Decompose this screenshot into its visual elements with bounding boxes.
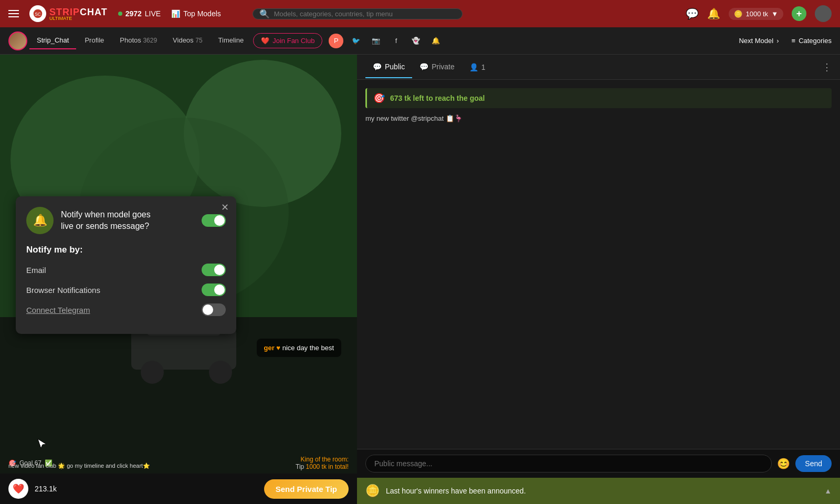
goal-right: King of the room: Tip 1000 tk in total!: [296, 456, 349, 470]
patreon-icon[interactable]: P: [329, 34, 343, 48]
tab-private[interactable]: 💬 Private: [412, 56, 462, 78]
facebook-icon[interactable]: f: [388, 34, 403, 48]
chat-icon[interactable]: 💬: [686, 7, 699, 20]
email-option: Email: [26, 264, 226, 276]
model-nav-tabs: Strip_Chat Profile Photos 3629 Videos 75…: [29, 32, 251, 49]
more-options-button[interactable]: ⋮: [822, 61, 832, 73]
main-content: I'm offline now was online about 8 hours…: [0, 55, 840, 504]
winners-message: Last hour's winners have been announced.: [386, 487, 526, 495]
tab-photos[interactable]: Photos 3629: [112, 32, 164, 49]
chevron-down-icon: ▼: [771, 10, 778, 18]
search-bar[interactable]: 🔍: [253, 8, 463, 19]
svg-point-9: [141, 361, 164, 384]
main-notify-toggle[interactable]: [202, 214, 226, 227]
live-count: 2972: [125, 9, 142, 18]
emoji-button[interactable]: 😊: [777, 457, 790, 470]
tab-profile[interactable]: Profile: [77, 32, 111, 49]
email-toggle[interactable]: [202, 264, 226, 276]
right-panel: 💬 Public 💬 Private 👤 1 ⋮ 🎯 673 tk left t…: [357, 55, 840, 504]
private-chat-icon: 💬: [419, 62, 428, 71]
goal-tk-amount: 673: [390, 94, 402, 102]
tab-videos[interactable]: Videos 75: [165, 32, 210, 49]
notify-by-label: Notify me by:: [26, 245, 226, 255]
join-fan-club-button[interactable]: ❤️ Join Fan Club: [253, 33, 322, 48]
like-count: 213.1k: [35, 485, 57, 493]
bubble-message: nice day the best: [282, 344, 334, 352]
top-nav: SC STRIPCHAT ULTIMATE 2972 LIVE 📊 Top Mo…: [0, 0, 840, 27]
telegram-option: Connect Telegram: [26, 303, 226, 316]
categories-button[interactable]: ≡ Categories: [792, 37, 832, 45]
live-indicator: 2972 LIVE: [118, 9, 161, 18]
left-panel: I'm offline now was online about 8 hours…: [0, 55, 357, 504]
notify-title: Notify when model goes live or sends mes…: [61, 209, 151, 233]
goal-message: 🎯 673 tk left to reach the goal: [365, 88, 832, 108]
send-private-tip-button[interactable]: Send Private Tip: [264, 479, 349, 499]
public-chat-icon: 💬: [373, 62, 382, 71]
email-label: Email: [26, 266, 46, 275]
like-button[interactable]: ❤️: [8, 479, 28, 499]
logo: SC STRIPCHAT ULTIMATE: [29, 5, 108, 22]
notification-icon[interactable]: 🔔: [428, 34, 443, 48]
search-icon: 🔍: [259, 9, 270, 19]
send-button[interactable]: Send: [795, 455, 832, 472]
collapse-winners-button[interactable]: ▲: [824, 487, 832, 495]
bubble-sender: ger ♥: [264, 344, 282, 352]
search-input[interactable]: [274, 10, 456, 18]
goal-text: new video fan club 🌟 go my timeline and …: [8, 463, 150, 469]
token-display[interactable]: 🪙 1000 tk ▼: [729, 8, 783, 20]
snapchat-icon[interactable]: 👻: [408, 34, 423, 48]
user-count: 👤 1: [462, 57, 493, 78]
telegram-toggle[interactable]: [202, 303, 226, 316]
fan-club-label: Join Fan Club: [272, 37, 314, 45]
chevron-right-icon: ›: [776, 37, 779, 45]
tip-suffix: in total!: [328, 463, 349, 470]
model-nav: Strip_Chat Profile Photos 3629 Videos 75…: [0, 27, 840, 55]
king-label: King of the room:: [301, 456, 349, 463]
private-label: Private: [432, 62, 455, 71]
chat-messages: 🎯 673 tk left to reach the goal my new t…: [357, 80, 840, 449]
model-avatar: [8, 32, 27, 50]
tip-amount: 1000 tk: [306, 463, 327, 470]
bell-icon[interactable]: 🔔: [707, 7, 720, 20]
browser-toggle[interactable]: [202, 284, 226, 296]
top-models-button[interactable]: 📊 Top Models: [171, 9, 221, 18]
tab-stripchat[interactable]: Strip_Chat: [29, 32, 76, 49]
social-icons: P 🐦 📷 f 👻 🔔: [329, 34, 443, 48]
user-avatar[interactable]: [815, 5, 832, 22]
hamburger-menu[interactable]: [8, 10, 19, 17]
tab-timeline[interactable]: Timeline: [211, 32, 251, 49]
user-icon: 👤: [469, 63, 478, 71]
chat-message: my new twitter @stripchat 📋🦩: [365, 114, 832, 122]
connect-telegram-link[interactable]: Connect Telegram: [26, 306, 90, 314]
goal-msg-suffix: left to reach the goal: [413, 94, 485, 102]
top-models-label: Top Models: [183, 9, 221, 18]
notify-header: 🔔 Notify when model goes live or sends m…: [26, 207, 226, 234]
twitter-icon[interactable]: 🐦: [349, 34, 363, 48]
svg-text:SC: SC: [35, 12, 41, 17]
message-text: my new twitter @stripchat 📋🦩: [365, 114, 463, 122]
chart-icon: 📊: [171, 9, 180, 18]
close-popup-button[interactable]: ✕: [221, 202, 229, 213]
browser-label: Browser Notifications: [26, 286, 100, 295]
svg-point-10: [209, 361, 232, 384]
winners-icon: 🪙: [365, 484, 380, 498]
instagram-icon[interactable]: 📷: [369, 34, 383, 48]
bell-circle-icon: 🔔: [26, 207, 54, 234]
chat-input-area: 😊 Send: [357, 449, 840, 478]
public-label: Public: [385, 62, 405, 71]
browser-option: Browser Notifications: [26, 284, 226, 296]
chat-input[interactable]: [365, 455, 772, 472]
tab-public[interactable]: 💬 Public: [365, 56, 412, 78]
next-model-label: Next Model: [739, 37, 773, 45]
logo-icon: SC: [29, 5, 46, 22]
next-model-button[interactable]: Next Model ›: [739, 37, 779, 45]
user-count-value: 1: [481, 63, 486, 71]
live-dot: [118, 12, 122, 16]
goal-target-icon: 🎯: [373, 92, 385, 104]
chat-tabs: 💬 Public 💬 Private 👤 1 ⋮: [357, 55, 840, 80]
video-chat-bubble: ger ♥ nice day the best: [257, 339, 341, 357]
list-icon: ≡: [792, 37, 796, 45]
add-tokens-button[interactable]: +: [792, 6, 806, 21]
logo-text-group: STRIPCHAT ULTIMATE: [49, 7, 108, 21]
goal-tk-unit: tk: [404, 94, 413, 102]
